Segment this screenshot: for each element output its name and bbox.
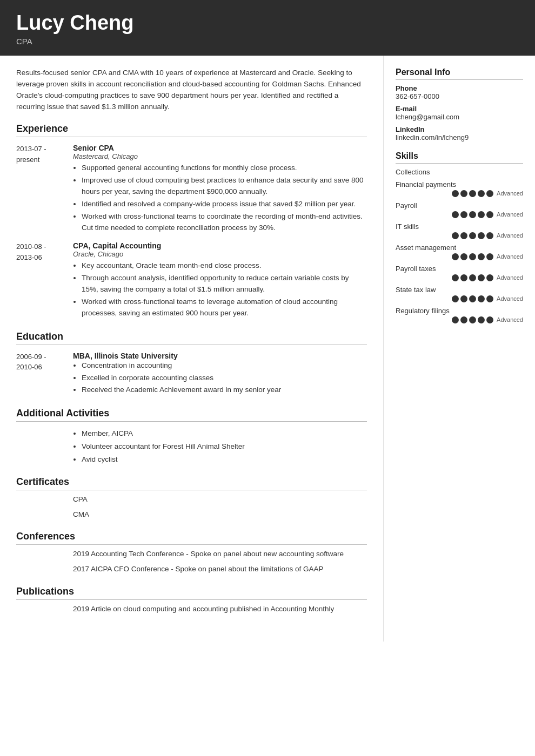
summary-text: Results-focused senior CPA and CMA with … xyxy=(16,68,367,113)
skill-level-it: Advanced xyxy=(497,232,523,239)
exp-item-2: 2010-08 -2013-06 CPA, Capital Accounting… xyxy=(16,241,367,320)
linkedin-value: linkedin.com/in/lcheng9 xyxy=(396,133,523,141)
experience-title: Experience xyxy=(16,123,367,137)
main-layout: Results-focused senior CPA and CMA with … xyxy=(0,56,535,642)
skill-name-statetax: State tax law xyxy=(396,286,523,294)
cert-item-1: CMA xyxy=(16,509,367,521)
dot xyxy=(486,316,493,323)
exp-bullets-2: Key accountant, Oracle team month-end cl… xyxy=(73,260,367,319)
skill-item-payrolltax: Payroll taxes Advanced xyxy=(396,265,523,281)
dot xyxy=(469,316,476,323)
edu-content-1: MBA, Illinois State University Concentra… xyxy=(73,352,367,397)
dot xyxy=(486,253,493,260)
dot xyxy=(478,253,485,260)
pub-item-0: 2019 Article on cloud computing and acco… xyxy=(16,603,367,615)
skill-name-asset: Asset management xyxy=(396,244,523,252)
skill-name-it: IT skills xyxy=(396,222,523,231)
dot xyxy=(469,190,476,197)
skills-section: Skills Collections Financial payments Ad… xyxy=(396,151,523,323)
dot xyxy=(469,211,476,218)
skills-title: Skills xyxy=(396,151,523,164)
skill-item-collections: Collections xyxy=(396,168,523,176)
edu-bullets-1: Concentration in accounting Excelled in … xyxy=(73,360,367,396)
dot xyxy=(452,253,459,260)
skill-dots-row-regulatory: Advanced xyxy=(396,316,523,323)
bullet: Received the Academic Achievement award … xyxy=(82,384,367,396)
dot xyxy=(460,232,467,239)
skill-dots-it xyxy=(452,232,493,239)
bullet: Improved use of cloud computing best pra… xyxy=(82,175,367,198)
activities-section: Additional Activities Member, AICPA Volu… xyxy=(16,408,367,465)
skill-name-payrolltax: Payroll taxes xyxy=(396,265,523,273)
dot xyxy=(478,295,485,302)
skill-item-asset: Asset management Advanced xyxy=(396,244,523,260)
bullet: Excelled in corporate accounting classes xyxy=(82,373,367,384)
skill-level-payroll: Advanced xyxy=(497,211,523,218)
skill-level-asset: Advanced xyxy=(497,253,523,260)
dot xyxy=(452,190,459,197)
bullet: Identified and resolved a company-wide p… xyxy=(82,199,367,210)
skill-level-financial: Advanced xyxy=(497,190,523,197)
dot xyxy=(478,190,485,197)
exp-role-1: Senior CPA xyxy=(73,144,367,152)
bullet: Worked with cross-functional teams to le… xyxy=(82,296,367,319)
dot xyxy=(452,274,459,281)
skill-item-payroll: Payroll Advanced xyxy=(396,201,523,218)
exp-item-1: 2013-07 -present Senior CPA Mastercard, … xyxy=(16,144,367,235)
skill-level-payrolltax: Advanced xyxy=(497,274,523,281)
exp-dates-1: 2013-07 -present xyxy=(16,144,73,235)
conferences-section: Conferences 2019 Accounting Tech Confere… xyxy=(16,531,367,575)
publications-title: Publications xyxy=(16,586,367,600)
activities-title: Additional Activities xyxy=(16,408,367,422)
email-value: lcheng@gamail.com xyxy=(396,113,523,121)
edu-role-1: MBA, Illinois State University xyxy=(73,352,367,360)
dot xyxy=(486,295,493,302)
activities-dates xyxy=(16,427,73,465)
education-section: Education 2006-09 -2010-06 MBA, Illinois… xyxy=(16,331,367,397)
conf-item-1: 2017 AICPA CFO Conference - Spoke on pan… xyxy=(16,563,367,575)
linkedin-label: LinkedIn xyxy=(396,125,523,133)
dot xyxy=(460,316,467,323)
dot xyxy=(478,316,485,323)
exp-dates-2: 2010-08 -2013-06 xyxy=(16,241,73,320)
dot xyxy=(478,232,485,239)
resume-header: Lucy Cheng CPA xyxy=(0,0,535,56)
cert-item-0: CPA xyxy=(16,494,367,505)
publications-section: Publications 2019 Article on cloud compu… xyxy=(16,586,367,615)
skill-item-statetax: State tax law Advanced xyxy=(396,286,523,302)
education-title: Education xyxy=(16,331,367,345)
dot xyxy=(486,232,493,239)
skill-item-regulatory: Regulatory filings Advanced xyxy=(396,307,523,323)
personal-info-title: Personal Info xyxy=(396,68,523,80)
conf-item-0: 2019 Accounting Tech Conference - Spoke … xyxy=(16,548,367,560)
left-column: Results-focused senior CPA and CMA with … xyxy=(0,56,384,642)
activities-item: Member, AICPA Volunteer accountant for F… xyxy=(16,427,367,465)
phone-value: 362-657-0000 xyxy=(396,92,523,100)
skill-dots-row-statetax: Advanced xyxy=(396,295,523,302)
dot xyxy=(478,274,485,281)
dot xyxy=(486,274,493,281)
skill-dots-row-financial: Advanced xyxy=(396,190,523,197)
dot xyxy=(452,211,459,218)
skill-dots-row-payroll: Advanced xyxy=(396,211,523,218)
dot xyxy=(460,211,467,218)
bullet: Member, AICPA xyxy=(82,427,367,440)
bullet: Key accountant, Oracle team month-end cl… xyxy=(82,260,367,272)
skill-dots-payrolltax xyxy=(452,274,493,281)
exp-role-2: CPA, Capital Accounting xyxy=(73,241,367,250)
bullet: Avid cyclist xyxy=(82,453,367,466)
experience-section: Experience 2013-07 -present Senior CPA M… xyxy=(16,123,367,320)
exp-bullets-1: Supported general accounting functions f… xyxy=(73,163,367,234)
bullet: Supported general accounting functions f… xyxy=(82,163,367,174)
bullet: Through account analysis, identified opp… xyxy=(82,273,367,295)
personal-info-section: Personal Info Phone 362-657-0000 E-mail … xyxy=(396,68,523,141)
skill-dots-statetax xyxy=(452,295,493,302)
dot xyxy=(460,274,467,281)
dot xyxy=(469,232,476,239)
skill-dots-row-it: Advanced xyxy=(396,232,523,239)
dot xyxy=(460,253,467,260)
right-column: Personal Info Phone 362-657-0000 E-mail … xyxy=(384,56,535,349)
skill-dots-asset xyxy=(452,253,493,260)
dot xyxy=(452,232,459,239)
exp-content-2: CPA, Capital Accounting Oracle, Chicago … xyxy=(73,241,367,320)
